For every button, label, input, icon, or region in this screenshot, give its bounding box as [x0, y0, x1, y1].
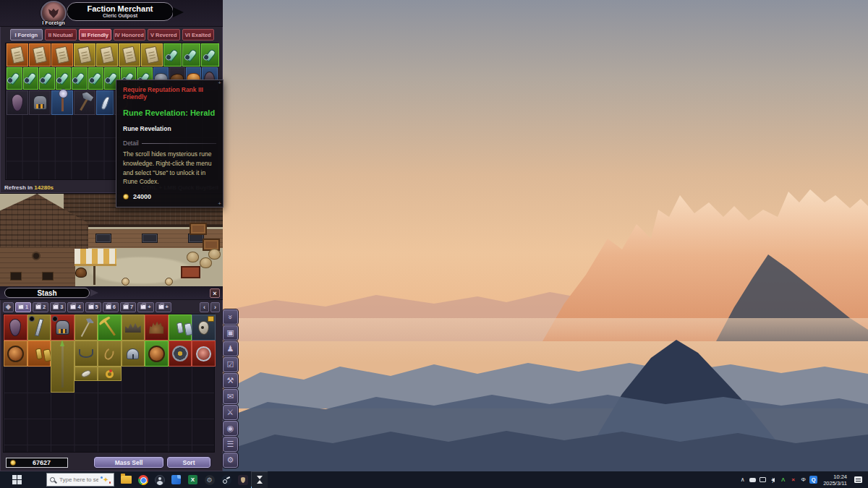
- crafting-button[interactable]: ⚒: [223, 373, 238, 388]
- npc-sprite[interactable]: [165, 278, 173, 286]
- item-wooden-round-shield[interactable]: [4, 341, 27, 367]
- item-scroll[interactable]: [7, 43, 28, 67]
- item-boots[interactable]: [7, 67, 22, 90]
- stash-tab-4[interactable]: 4: [67, 302, 83, 312]
- item-silver-gauntlets[interactable]: [169, 314, 192, 341]
- stash-tab-6[interactable]: 6: [103, 302, 119, 312]
- search-input[interactable]: [58, 476, 100, 484]
- taskbar-app-excel[interactable]: X: [184, 471, 201, 488]
- stash-tab-7[interactable]: 7: [120, 302, 136, 312]
- item-battle-axe[interactable]: [74, 90, 95, 115]
- item-orange-round-shield[interactable]: [145, 341, 169, 367]
- stash-tab-add-2[interactable]: +: [156, 302, 171, 312]
- taskbar-app-guard[interactable]: [234, 471, 251, 488]
- item-necklace[interactable]: [75, 341, 98, 367]
- item-spiked-helm[interactable]: [145, 314, 169, 341]
- tray-display-icon[interactable]: [758, 474, 767, 486]
- settings-button[interactable]: ⚙: [223, 453, 238, 468]
- crate: [190, 223, 207, 235]
- item-boots[interactable]: [163, 43, 182, 67]
- item-scepter[interactable]: [51, 90, 73, 115]
- taskbar-app-mail[interactable]: [168, 471, 184, 488]
- item-gold-ring[interactable]: [98, 367, 122, 381]
- mail-button[interactable]: ✉: [223, 389, 238, 404]
- item-boots[interactable]: [182, 43, 200, 67]
- tray-controller-icon[interactable]: [748, 474, 757, 486]
- npc-sprite[interactable]: [122, 278, 129, 286]
- skills-button[interactable]: ⚔: [223, 405, 238, 420]
- taskbar-app-file-explorer[interactable]: [118, 471, 135, 488]
- item-dark-shield[interactable]: [4, 314, 27, 341]
- tray-net-icon[interactable]: Λ: [778, 474, 788, 486]
- item-boots[interactable]: [201, 43, 219, 67]
- stash-nav-right[interactable]: ›: [210, 302, 220, 312]
- start-button[interactable]: [0, 471, 33, 488]
- close-icon[interactable]: ×: [210, 288, 220, 298]
- taskbar-app-launcher[interactable]: ⚙: [201, 471, 218, 488]
- gold-ring-icon: [106, 370, 114, 378]
- item-kite-shield[interactable]: [7, 90, 28, 115]
- tray-net-glyph: Λ: [781, 476, 785, 483]
- item-gold-pick[interactable]: [98, 314, 122, 341]
- item-boots[interactable]: [72, 67, 88, 90]
- item-scroll[interactable]: [96, 43, 118, 67]
- reputation-tab-v-revered[interactable]: V Revered: [148, 29, 180, 40]
- item-great-helm[interactable]: [122, 341, 145, 367]
- taskbar-search[interactable]: ✦: [46, 473, 114, 487]
- item-scroll[interactable]: [141, 43, 163, 67]
- sort-button[interactable]: Sort: [167, 457, 210, 468]
- reputation-tab-vi-exalted[interactable]: VI Exalted: [182, 29, 215, 40]
- quest-button[interactable]: ☑: [223, 357, 238, 372]
- stash-tab-gems[interactable]: ◆: [3, 302, 14, 312]
- item-boots[interactable]: [39, 67, 55, 90]
- inventory-button[interactable]: ▣: [223, 325, 238, 341]
- character-button[interactable]: ♟: [223, 341, 238, 356]
- item-dark-crown[interactable]: [122, 314, 145, 341]
- reputation-tab-i-foreign[interactable]: I Foreign: [10, 29, 43, 40]
- stash-tab-3[interactable]: 3: [50, 302, 66, 312]
- action-center-button[interactable]: [852, 474, 864, 486]
- tray-alert-icon[interactable]: ×: [788, 474, 798, 486]
- taskbar-app-chrome[interactable]: [135, 471, 151, 488]
- reputation-tab-ii-neutual[interactable]: II Neutual: [45, 29, 77, 40]
- gem-icon: ◆: [6, 304, 11, 310]
- alerts-button[interactable]: ◉: [223, 421, 238, 436]
- item-boots[interactable]: [56, 67, 72, 90]
- item-hook[interactable]: [98, 341, 122, 367]
- item-chest-plate[interactable]: [29, 90, 51, 115]
- item-boots[interactable]: [88, 67, 104, 90]
- item-silver-oval[interactable]: [75, 367, 98, 381]
- item-scroll[interactable]: [119, 43, 140, 67]
- item-polearm[interactable]: [75, 314, 98, 341]
- item-wheel-shield[interactable]: [169, 341, 192, 367]
- tray-phi-icon[interactable]: Φ: [799, 474, 808, 486]
- taskbar-app-steam[interactable]: [218, 471, 234, 488]
- item-dagger[interactable]: [96, 90, 114, 115]
- item-pink-round-shield[interactable]: [192, 341, 216, 367]
- log-button[interactable]: ☰: [223, 437, 238, 452]
- stash-tab-add-1[interactable]: +: [137, 302, 153, 312]
- tray-qq-icon[interactable]: Q: [809, 474, 818, 486]
- item-scroll[interactable]: [51, 43, 73, 67]
- mass-sell-button[interactable]: Mass Sell: [94, 457, 163, 468]
- item-plague-mask[interactable]: [192, 314, 216, 341]
- stash-nav-left[interactable]: ‹: [200, 302, 209, 312]
- reputation-tab-iv-honored[interactable]: IV Honored: [114, 29, 146, 40]
- stash-tab-1[interactable]: 1: [15, 302, 31, 312]
- item-blade[interactable]: [27, 314, 51, 341]
- item-spear[interactable]: [51, 341, 75, 393]
- stash-tab-5[interactable]: 5: [85, 302, 101, 312]
- taskbar-app-account[interactable]: [151, 471, 168, 488]
- collapse-button[interactable]: »: [223, 309, 238, 325]
- item-boots[interactable]: [23, 67, 39, 90]
- stash-tab-2[interactable]: 2: [33, 302, 48, 312]
- taskbar-clock[interactable]: 10:24 2025/3/11: [819, 474, 851, 487]
- tray-volume-icon[interactable]: [768, 474, 778, 486]
- item-scroll[interactable]: [29, 43, 51, 67]
- tray-expand-icon[interactable]: ∧: [738, 474, 747, 486]
- item-gold-gauntlets[interactable]: [27, 341, 51, 367]
- taskbar-app-game[interactable]: [251, 471, 268, 488]
- item-scroll[interactable]: [74, 43, 95, 67]
- item-brown-armor[interactable]: [51, 314, 75, 341]
- reputation-tab-iii-friendly[interactable]: III Friendly: [79, 29, 111, 40]
